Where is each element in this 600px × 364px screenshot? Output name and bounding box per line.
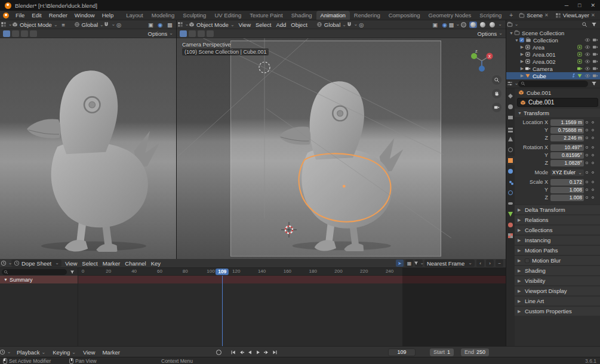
- frame-start-field[interactable]: Start1: [430, 347, 454, 357]
- camera-view-button[interactable]: [492, 103, 501, 112]
- jump-first-button[interactable]: [229, 348, 237, 356]
- section-visibility[interactable]: ▶Visibility: [515, 276, 600, 285]
- section-line-art[interactable]: ▶Line Art: [515, 297, 600, 306]
- play-reverse-button[interactable]: [246, 348, 254, 356]
- editor-type-button[interactable]: [509, 80, 516, 87]
- chevron-down-icon[interactable]: ▼: [509, 31, 514, 35]
- render-camera-icon[interactable]: [592, 44, 598, 50]
- section-shading[interactable]: ▶Shading: [515, 266, 600, 275]
- transform-orientation-dropdown[interactable]: Global: [316, 21, 346, 28]
- filter-dropdown[interactable]: [415, 260, 423, 267]
- current-frame-field[interactable]: 109: [388, 347, 416, 357]
- field-y[interactable]: 1.008: [550, 187, 584, 193]
- field-y[interactable]: 0.81595°: [550, 152, 584, 159]
- menu-window[interactable]: Window: [71, 11, 99, 20]
- outliner-item-collection[interactable]: ▼✓Collection: [506, 36, 600, 44]
- workspace-tab-scripting[interactable]: Scripting: [475, 11, 506, 20]
- outliner-item-area-001[interactable]: ▶Area.001: [506, 51, 600, 58]
- eye-icon[interactable]: [584, 66, 590, 72]
- mode-dropdown[interactable]: Object Mode: [12, 21, 58, 28]
- properties-tab-tool[interactable]: [506, 92, 515, 100]
- keyframe-dot-icon[interactable]: [590, 154, 596, 156]
- editor-type-button[interactable]: [179, 21, 187, 28]
- outliner-item-cube[interactable]: ▶Cube: [506, 72, 600, 79]
- properties-tab-material[interactable]: [506, 221, 515, 229]
- channel-filter-icon[interactable]: [68, 269, 76, 276]
- field-y[interactable]: 0.75888 m: [550, 127, 584, 134]
- duck-model-selected[interactable]: [258, 54, 420, 251]
- editor-type-button[interactable]: [509, 21, 516, 28]
- motion-blur-checkbox[interactable]: [525, 258, 530, 263]
- only-selected-toggle[interactable]: ➤: [396, 260, 404, 267]
- properties-tab-object[interactable]: [506, 156, 515, 165]
- next-keyframe-button[interactable]: [263, 348, 270, 356]
- lock-icon[interactable]: [584, 121, 590, 124]
- shading-wireframe[interactable]: [460, 21, 467, 28]
- show-gizmo-toggle[interactable]: ▣: [431, 21, 439, 28]
- workspace-tab-modeling[interactable]: Modeling: [147, 11, 179, 20]
- menu-file[interactable]: File: [12, 11, 28, 20]
- duck-model[interactable]: [12, 42, 170, 252]
- playbar-menu-view[interactable]: View: [79, 349, 99, 356]
- copy-keyframes-button[interactable]: ‹: [476, 260, 484, 267]
- summary-channel[interactable]: ▼ Summary: [0, 276, 78, 283]
- render-camera-icon[interactable]: [592, 73, 598, 79]
- maximize-button[interactable]: □: [578, 2, 581, 8]
- chevron-right-icon[interactable]: ▶: [519, 66, 525, 71]
- keyframe-dot-icon[interactable]: [590, 137, 596, 139]
- object-name-field[interactable]: Cube.001: [517, 98, 598, 107]
- workspace-tab-sculpting[interactable]: Sculpting: [179, 11, 210, 20]
- dope-menu-view[interactable]: View: [63, 260, 79, 267]
- shading-material[interactable]: [479, 21, 487, 28]
- tweak-tool-icon[interactable]: [3, 30, 10, 37]
- outliner-filter-icon[interactable]: [590, 21, 598, 28]
- workspace-tab-geometry-nodes[interactable]: Geometry Nodes: [424, 11, 476, 20]
- mode-dropdown[interactable]: Object Mode: [189, 21, 235, 28]
- keyframe-dot-icon[interactable]: [590, 189, 596, 191]
- viewlayer-selector[interactable]: ViewLayer ✕: [553, 11, 598, 19]
- scene-selector[interactable]: Scene ✕: [516, 11, 551, 19]
- proportional-edit-toggle[interactable]: ◎: [115, 21, 123, 28]
- dope-menu-select[interactable]: Select: [79, 260, 100, 267]
- lock-icon[interactable]: [584, 162, 590, 164]
- viewport-menu-object[interactable]: Object: [288, 21, 309, 28]
- minimize-button[interactable]: ─: [565, 2, 568, 8]
- menu-help[interactable]: Help: [99, 11, 118, 20]
- field-z[interactable]: 1.008: [550, 195, 584, 201]
- lock-icon[interactable]: [584, 181, 590, 183]
- outliner-search-icon[interactable]: [580, 21, 588, 28]
- section-motion-paths[interactable]: ▶Motion Paths: [515, 246, 600, 255]
- workspace-tab-layout[interactable]: Layout: [122, 11, 147, 20]
- timeline-editor-button[interactable]: [1, 347, 9, 357]
- show-overlays-toggle[interactable]: ◉: [156, 21, 164, 28]
- paste-keyframes-button[interactable]: ›: [486, 260, 494, 267]
- menu-render[interactable]: Render: [45, 11, 71, 20]
- cursor-tool-icon[interactable]: [198, 30, 205, 37]
- workspace-tab-animation[interactable]: Animation: [316, 11, 350, 20]
- section-collections[interactable]: ▶Collections: [515, 226, 600, 235]
- tweak-tool-icon[interactable]: [180, 30, 187, 37]
- section-viewport-display[interactable]: ▶Viewport Display: [515, 286, 600, 295]
- section-custom-properties[interactable]: ▶Custom Properties: [515, 307, 600, 316]
- dope-menu-marker[interactable]: Marker: [100, 260, 123, 267]
- summary-track[interactable]: [78, 276, 506, 283]
- properties-tab-world[interactable]: [506, 146, 515, 154]
- viewport-menu-add[interactable]: Add: [273, 21, 288, 28]
- move-tool-icon[interactable]: [30, 30, 37, 37]
- chevron-right-icon[interactable]: ▶: [519, 73, 525, 78]
- app-menu-button[interactable]: [0, 11, 12, 20]
- remove-viewlayer-icon[interactable]: ✕: [591, 13, 595, 18]
- cursor-tool-icon[interactable]: [21, 30, 28, 37]
- section-relations[interactable]: ▶Relations: [515, 215, 600, 224]
- chevron-right-icon[interactable]: ▶: [519, 59, 525, 64]
- close-button[interactable]: ✕: [590, 2, 595, 8]
- keyframe-dot-icon[interactable]: [590, 121, 596, 124]
- jump-last-button[interactable]: [271, 348, 279, 356]
- lock-icon[interactable]: [584, 146, 590, 149]
- axis-y-handle[interactable]: [471, 53, 477, 59]
- navigation-gizmo[interactable]: X Z: [467, 49, 496, 74]
- keyframe-dot-icon[interactable]: [590, 196, 596, 199]
- render-camera-icon[interactable]: [592, 37, 598, 43]
- timeline-ruler[interactable]: [78, 268, 506, 276]
- render-camera-icon[interactable]: [592, 51, 598, 57]
